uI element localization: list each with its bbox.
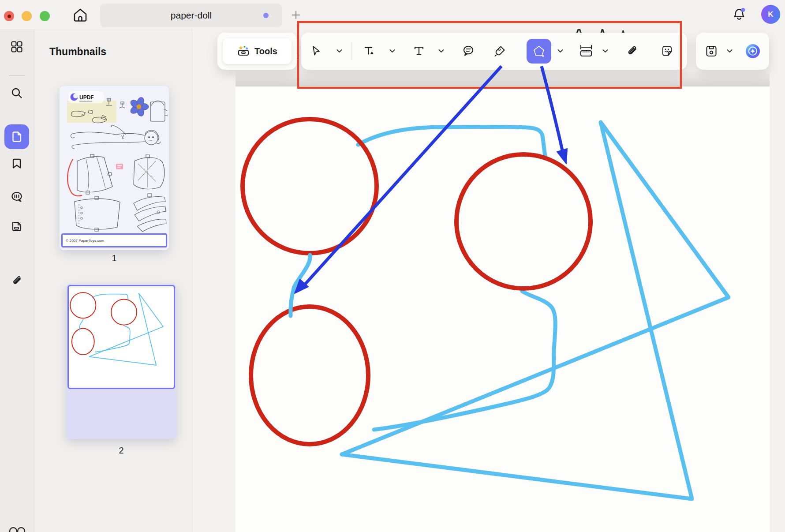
add-text-chevron-icon[interactable] bbox=[438, 49, 444, 53]
user-avatar[interactable]: K bbox=[761, 5, 780, 24]
home-icon[interactable] bbox=[71, 7, 89, 24]
thumbnail-page-2-selected[interactable] bbox=[66, 284, 176, 439]
updf-app-window: { "topbar": { "tab_title": "paper-doll",… bbox=[0, 0, 785, 532]
minimize-window-button[interactable] bbox=[22, 11, 32, 21]
partially-visible-icon bbox=[8, 525, 27, 532]
annotation-toolbar bbox=[301, 33, 687, 70]
thumbnails-panel: Thumbnails UPDF bbox=[34, 29, 192, 532]
left-sidebar bbox=[0, 29, 34, 532]
panel-title: Thumbnails bbox=[49, 46, 106, 58]
page1-artwork: UPDF bbox=[60, 86, 169, 250]
page2-thumbnail-page bbox=[67, 285, 175, 389]
notification-bell-icon[interactable] bbox=[731, 6, 748, 23]
highlighter-icon[interactable] bbox=[493, 45, 506, 58]
zoom-window-button[interactable] bbox=[40, 11, 50, 21]
select-cursor-icon[interactable] bbox=[310, 45, 323, 58]
annotations-list-icon[interactable] bbox=[10, 220, 23, 233]
select-cursor-chevron-icon[interactable] bbox=[336, 49, 342, 53]
tools-button[interactable]: Tools bbox=[223, 38, 292, 64]
notification-badge-dot bbox=[741, 8, 745, 12]
page-number-2: 2 bbox=[67, 446, 176, 456]
text-edit-icon[interactable] bbox=[363, 45, 376, 58]
measure-ruler-icon[interactable] bbox=[579, 44, 594, 59]
sidebar-item-thumbnails[interactable] bbox=[4, 124, 29, 149]
thumbnail-page-1[interactable]: UPDF bbox=[60, 86, 169, 250]
comment-icon[interactable] bbox=[461, 44, 475, 58]
sidebar-divider bbox=[9, 75, 25, 76]
page-number-1: 1 bbox=[60, 253, 169, 263]
shapes-chevron-icon[interactable] bbox=[557, 49, 563, 53]
comments-icon[interactable] bbox=[10, 191, 23, 204]
note-annotation bbox=[116, 164, 123, 169]
avatar-initial: K bbox=[768, 10, 773, 19]
save-toolbar bbox=[696, 33, 769, 70]
pentagon-icon bbox=[532, 44, 546, 58]
toolbox-icon bbox=[237, 45, 250, 58]
unsaved-changes-dot bbox=[263, 13, 269, 18]
svg-text:UPDF: UPDF bbox=[79, 94, 94, 101]
toolbar-divider bbox=[351, 42, 352, 60]
page1-footer-text: © 2007 PaperToys.com bbox=[63, 239, 104, 243]
page2-artwork-mini bbox=[69, 286, 171, 385]
add-text-icon[interactable] bbox=[412, 45, 426, 58]
attach-file-icon[interactable] bbox=[625, 45, 639, 58]
page-2-canvas bbox=[192, 29, 785, 532]
document-tab-title: paper-doll bbox=[171, 10, 212, 21]
app-grid-icon[interactable] bbox=[10, 40, 23, 53]
title-bar: paper-doll K bbox=[0, 0, 785, 29]
ruler-chevron-icon[interactable] bbox=[602, 49, 608, 53]
document-tab[interactable]: paper-doll bbox=[100, 4, 282, 27]
document-canvas[interactable] bbox=[192, 29, 785, 532]
shapes-tool-button-selected[interactable] bbox=[527, 39, 551, 64]
search-icon[interactable] bbox=[10, 86, 23, 100]
save-chevron-icon[interactable] bbox=[727, 49, 733, 53]
sticker-icon[interactable] bbox=[661, 45, 674, 58]
page-thumbnail-icon bbox=[10, 130, 23, 143]
new-tab-plus-icon[interactable] bbox=[291, 10, 301, 20]
ai-assistant-icon[interactable] bbox=[744, 43, 761, 60]
bookmark-icon[interactable] bbox=[10, 157, 23, 171]
attachments-icon[interactable] bbox=[10, 274, 23, 288]
page1-footer-field[interactable]: © 2007 PaperToys.com bbox=[61, 233, 167, 247]
tools-button-label: Tools bbox=[254, 46, 277, 56]
save-icon[interactable] bbox=[705, 45, 718, 58]
close-window-button[interactable] bbox=[4, 11, 14, 21]
tools-toolbar: Tools bbox=[217, 33, 297, 70]
text-edit-chevron-icon[interactable] bbox=[389, 49, 395, 53]
